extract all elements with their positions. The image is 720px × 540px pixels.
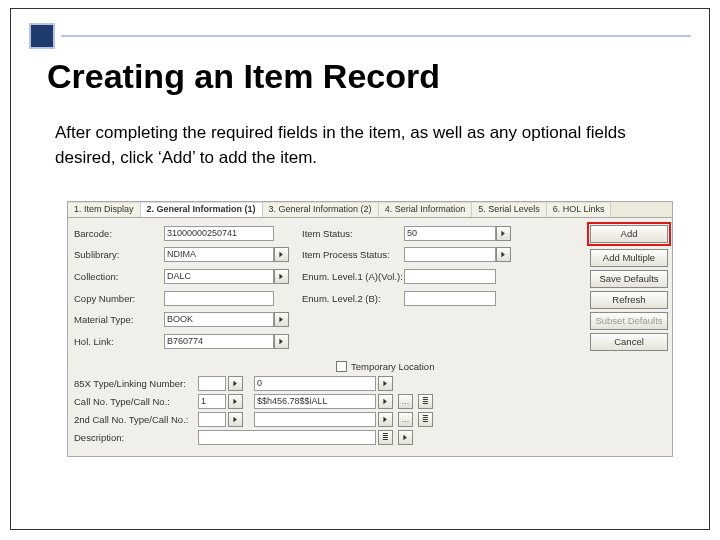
call-no-2-label: 2nd Call No. Type/Call No.: — [74, 414, 196, 425]
call-no-2-input[interactable] — [254, 412, 376, 427]
sublibrary-label: Sublibrary: — [74, 249, 164, 260]
sublibrary-dropdown-button[interactable] — [274, 247, 289, 262]
copy-number-label: Copy Number: — [74, 293, 164, 304]
call-no-dropdown-button[interactable] — [378, 394, 393, 409]
hol-link-input[interactable]: B760774 — [164, 334, 274, 349]
tab-item-display[interactable]: 1. Item Display — [68, 202, 141, 217]
item-status-input[interactable]: 50 — [404, 226, 496, 241]
linking-number-label: 85X Type/Linking Number: — [74, 378, 196, 389]
chevron-right-icon — [500, 251, 507, 258]
enum-l2-input[interactable] — [404, 291, 496, 306]
item-process-status-label: Item Process Status: — [302, 249, 404, 260]
call-no-2-dropdown-button[interactable] — [378, 412, 393, 427]
chevron-right-icon — [500, 230, 507, 237]
chevron-right-icon — [232, 380, 239, 387]
call-no-2-browse-button[interactable]: … — [398, 412, 413, 427]
temporary-location-checkbox[interactable] — [336, 361, 347, 372]
tab-general-info-2[interactable]: 3. General Information (2) — [263, 202, 379, 217]
instruction-text: After completing the required fields in … — [55, 121, 665, 170]
collection-dropdown-button[interactable] — [274, 269, 289, 284]
copy-number-input[interactable] — [164, 291, 274, 306]
call-no-2-list-button[interactable]: ≣ — [418, 412, 433, 427]
add-button-highlight: Add — [587, 222, 671, 246]
collection-label: Collection: — [74, 271, 164, 282]
chevron-right-icon — [278, 316, 285, 323]
call-no-list-button[interactable]: ≣ — [418, 394, 433, 409]
chevron-right-icon — [278, 273, 285, 280]
chevron-right-icon — [278, 338, 285, 345]
call-no-2-type-input[interactable] — [198, 412, 226, 427]
sublibrary-input[interactable]: NDIMA — [164, 247, 274, 262]
chevron-right-icon — [402, 434, 409, 441]
collection-input[interactable]: DALC — [164, 269, 274, 284]
chevron-right-icon — [382, 416, 389, 423]
material-type-label: Material Type: — [74, 314, 164, 325]
call-no-browse-button[interactable]: … — [398, 394, 413, 409]
call-no-type-dropdown-button[interactable] — [228, 394, 243, 409]
tab-serial-information[interactable]: 4. Serial Information — [379, 202, 473, 217]
call-no-label: Call No. Type/Call No.: — [74, 396, 196, 407]
add-multiple-button[interactable]: Add Multiple — [590, 249, 668, 267]
barcode-label: Barcode: — [74, 228, 164, 239]
chevron-right-icon — [382, 380, 389, 387]
enum-l1-input[interactable] — [404, 269, 496, 284]
item-record-form: 1. Item Display 2. General Information (… — [67, 201, 673, 457]
hol-link-dropdown-button[interactable] — [274, 334, 289, 349]
barcode-input[interactable]: 31000000250741 — [164, 226, 274, 241]
action-button-column: Add Add Multiple Save Defaults Refresh S… — [590, 224, 668, 351]
list-icon: ≣ — [422, 397, 429, 406]
decorative-line — [61, 35, 691, 37]
chevron-right-icon — [232, 398, 239, 405]
chevron-right-icon — [232, 416, 239, 423]
add-button[interactable]: Add — [590, 225, 668, 243]
hol-link-label: Hol. Link: — [74, 336, 164, 347]
tab-general-info-1[interactable]: 2. General Information (1) — [141, 202, 263, 217]
decorative-square — [29, 23, 55, 49]
description-list-button[interactable]: ≣ — [378, 430, 393, 445]
enum-l1-label: Enum. Level.1 (A)(Vol.): — [302, 271, 404, 282]
call-no-type-input[interactable]: 1 — [198, 394, 226, 409]
enum-l2-label: Enum. Level.2 (B): — [302, 293, 404, 304]
page-title: Creating an Item Record — [47, 57, 681, 96]
tab-bar: 1. Item Display 2. General Information (… — [68, 202, 672, 218]
temporary-location-label: Temporary Location — [351, 361, 434, 372]
description-label: Description: — [74, 432, 196, 443]
cancel-button[interactable]: Cancel — [590, 333, 668, 351]
call-no-input[interactable]: $$h456.78$$iALL — [254, 394, 376, 409]
description-dropdown-button[interactable] — [398, 430, 413, 445]
linking-number-input[interactable]: 0 — [254, 376, 376, 391]
list-icon: ≣ — [382, 433, 389, 442]
material-type-input[interactable]: BOOK — [164, 312, 274, 327]
description-input[interactable] — [198, 430, 376, 445]
linking-number-dropdown-button[interactable] — [378, 376, 393, 391]
refresh-button[interactable]: Refresh — [590, 291, 668, 309]
list-icon: ≣ — [422, 415, 429, 424]
item-status-dropdown-button[interactable] — [496, 226, 511, 241]
call-no-2-type-dropdown-button[interactable] — [228, 412, 243, 427]
tab-serial-levels[interactable]: 5. Serial Levels — [472, 202, 547, 217]
material-type-dropdown-button[interactable] — [274, 312, 289, 327]
subset-defaults-button: Subset Defaults — [590, 312, 668, 330]
chevron-right-icon — [278, 251, 285, 258]
item-status-label: Item Status: — [302, 228, 404, 239]
tab-hol-links[interactable]: 6. HOL Links — [547, 202, 612, 217]
chevron-right-icon — [382, 398, 389, 405]
linking-number-type-input[interactable] — [198, 376, 226, 391]
linking-number-type-dropdown-button[interactable] — [228, 376, 243, 391]
save-defaults-button[interactable]: Save Defaults — [590, 270, 668, 288]
item-process-status-dropdown-button[interactable] — [496, 247, 511, 262]
item-process-status-input[interactable] — [404, 247, 496, 262]
